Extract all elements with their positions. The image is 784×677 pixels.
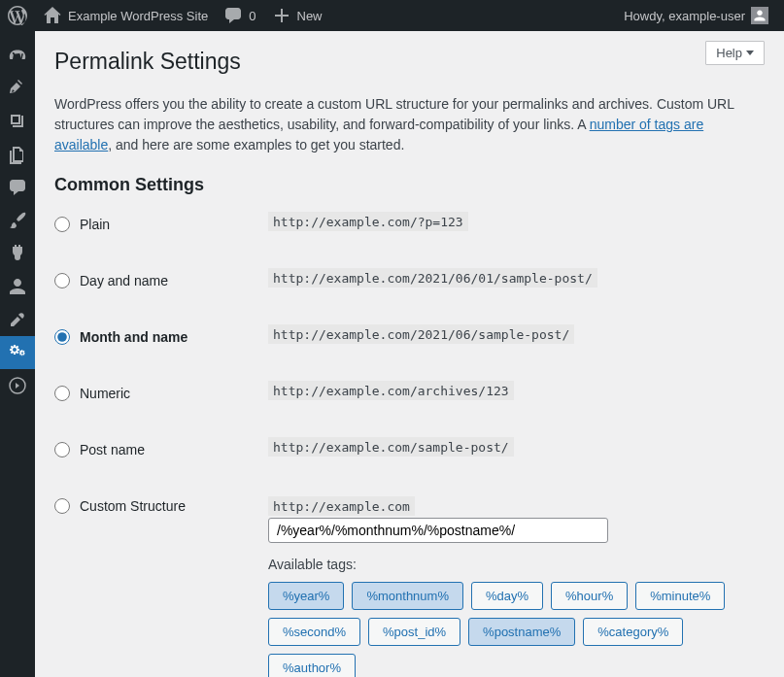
sidebar-item-collapse[interactable] [0, 369, 35, 402]
row-custom: Custom Structure http://example.com Avai… [54, 496, 765, 677]
site-name: Example WordPress Site [68, 9, 208, 23]
sidebar-item-dashboard[interactable] [0, 39, 35, 72]
sidebar-item-pages[interactable] [0, 138, 35, 171]
example-numeric: http://example.com/archives/123 [268, 381, 514, 400]
tag-button[interactable]: %hour% [551, 582, 628, 610]
label-postname[interactable]: Post name [80, 442, 145, 457]
page-title: Permalink Settings [54, 31, 765, 85]
custom-prefix: http://example.com [268, 496, 415, 516]
collapse-icon [8, 376, 27, 395]
users-icon [8, 277, 27, 296]
example-plain: http://example.com/?p=123 [268, 212, 468, 231]
label-month[interactable]: Month and name [80, 329, 187, 345]
tag-button[interactable]: %minute% [635, 582, 725, 610]
brush-icon [8, 211, 27, 230]
avatar [751, 7, 768, 24]
sidebar-item-users[interactable] [0, 270, 35, 303]
help-label: Help [716, 46, 742, 60]
wordpress-logo[interactable] [0, 0, 35, 31]
admin-bar: Example WordPress Site 0 New Howdy, exam… [0, 0, 784, 31]
sidebar-item-plugins[interactable] [0, 237, 35, 270]
tag-button[interactable]: %second% [268, 618, 360, 646]
media-icon [8, 112, 27, 131]
row-numeric: Numeric http://example.com/archives/123 [54, 384, 765, 401]
comment-count: 0 [249, 9, 256, 23]
plus-icon [272, 6, 291, 25]
settings-icon [8, 343, 27, 362]
howdy-text: Howdy, example-user [624, 9, 745, 23]
radio-day[interactable] [54, 273, 70, 288]
sidebar-item-appearance[interactable] [0, 204, 35, 237]
tag-button[interactable]: %author% [268, 654, 356, 677]
row-postname: Post name http://example.com/sample-post… [54, 440, 765, 457]
dashboard-icon [8, 46, 27, 65]
pin-icon [8, 79, 27, 98]
howdy-link[interactable]: Howdy, example-user [616, 0, 776, 31]
site-home-link[interactable]: Example WordPress Site [35, 0, 216, 31]
example-month: http://example.com/2021/06/sample-post/ [268, 324, 574, 344]
tag-button[interactable]: %post_id% [368, 618, 460, 646]
help-button[interactable]: Help [705, 41, 765, 65]
tag-button[interactable]: %year% [268, 582, 344, 610]
admin-sidebar [0, 31, 35, 677]
comments-icon [8, 178, 27, 197]
tags-container: %year%%monthnum%%day%%hour%%minute%%seco… [268, 582, 765, 677]
tag-button[interactable]: %category% [583, 618, 683, 646]
available-tags-label: Available tags: [268, 557, 765, 572]
person-icon [753, 9, 767, 22]
label-numeric[interactable]: Numeric [80, 386, 130, 401]
new-label: New [297, 9, 323, 23]
radio-postname[interactable] [54, 442, 70, 457]
tag-button[interactable]: %monthnum% [352, 582, 463, 610]
tag-button[interactable]: %postname% [468, 618, 575, 646]
content-area: Help Permalink Settings WordPress offers… [35, 31, 784, 677]
example-day: http://example.com/2021/06/01/sample-pos… [268, 268, 597, 288]
radio-custom[interactable] [54, 498, 70, 514]
sidebar-item-settings[interactable] [0, 336, 35, 369]
label-custom[interactable]: Custom Structure [80, 498, 186, 514]
row-plain: Plain http://example.com/?p=123 [54, 215, 765, 232]
sidebar-item-comments[interactable] [0, 171, 35, 204]
comment-icon [223, 6, 243, 25]
chevron-down-icon [746, 51, 754, 55]
sidebar-item-tools[interactable] [0, 303, 35, 336]
radio-numeric[interactable] [54, 386, 70, 401]
tag-button[interactable]: %day% [471, 582, 543, 610]
home-icon [43, 6, 62, 25]
label-plain[interactable]: Plain [80, 217, 110, 232]
sidebar-item-media[interactable] [0, 105, 35, 138]
label-day[interactable]: Day and name [80, 273, 168, 288]
common-settings-heading: Common Settings [54, 175, 765, 195]
new-link[interactable]: New [264, 0, 330, 31]
radio-plain[interactable] [54, 217, 70, 232]
tools-icon [8, 310, 27, 329]
pages-icon [8, 145, 27, 164]
custom-structure-input[interactable] [268, 518, 608, 543]
sidebar-item-posts[interactable] [0, 72, 35, 105]
comments-link[interactable]: 0 [216, 0, 263, 31]
row-month: Month and name http://example.com/2021/0… [54, 327, 765, 345]
row-day: Day and name http://example.com/2021/06/… [54, 271, 765, 288]
intro-text: WordPress offers you the ability to crea… [54, 94, 765, 155]
wordpress-icon [8, 6, 27, 25]
radio-month[interactable] [54, 329, 70, 345]
plugin-icon [8, 244, 27, 263]
example-postname: http://example.com/sample-post/ [268, 437, 514, 457]
